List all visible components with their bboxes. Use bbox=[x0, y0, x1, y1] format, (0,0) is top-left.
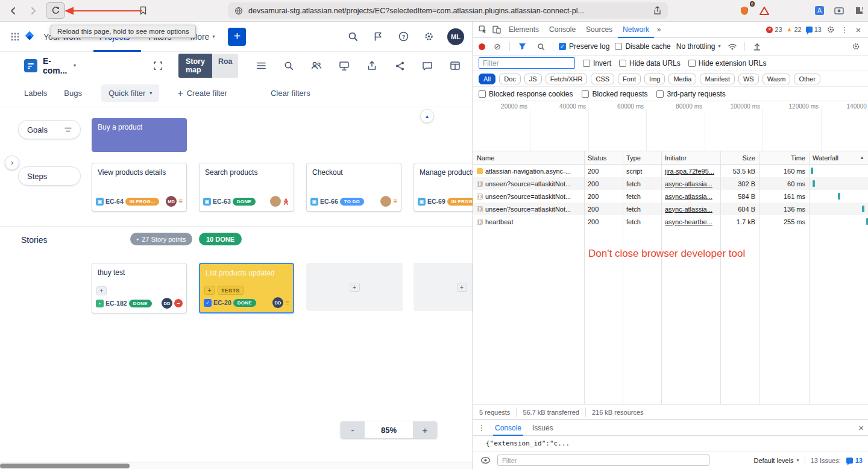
request-initiator-link[interactable]: async-heartbe... bbox=[665, 218, 712, 225]
jira-logo[interactable] bbox=[23, 30, 36, 43]
filter-chip-font[interactable]: Font bbox=[618, 74, 641, 84]
filter-chip-wasm[interactable]: Wasm bbox=[763, 74, 791, 84]
goal-card[interactable]: Buy a product bbox=[92, 118, 187, 152]
column-header-initiator[interactable]: Initiator bbox=[661, 154, 720, 162]
network-overview-timeline[interactable]: 20000 ms 40000 ms 60000 ms 80000 ms 1000… bbox=[473, 101, 868, 151]
eye-icon[interactable] bbox=[479, 454, 492, 467]
column-header-status[interactable]: Status bbox=[584, 154, 623, 162]
request-initiator-link[interactable]: async-atlassia... bbox=[665, 206, 712, 213]
add-story-placeholder[interactable]: + bbox=[306, 263, 403, 311]
drawer-tab-issues[interactable]: Issues bbox=[530, 420, 555, 436]
share-board-icon[interactable] bbox=[393, 59, 406, 72]
settings-gear-icon[interactable] bbox=[422, 30, 435, 43]
drawer-tab-console[interactable]: Console bbox=[493, 420, 523, 436]
app-switcher-icon[interactable] bbox=[8, 30, 22, 43]
network-conditions-icon[interactable] bbox=[726, 40, 739, 53]
notifications-icon[interactable] bbox=[371, 30, 385, 43]
more-tabs-icon[interactable]: » bbox=[655, 23, 663, 36]
filter-chip-ws[interactable]: WS bbox=[738, 74, 759, 84]
create-issue-button[interactable]: + bbox=[228, 28, 246, 46]
console-log-line[interactable]: {"extension_id":"c... bbox=[473, 436, 868, 452]
disable-cache-checkbox[interactable]: Disable cache bbox=[615, 42, 670, 51]
column-divider[interactable] bbox=[759, 151, 760, 404]
record-button[interactable] bbox=[479, 43, 485, 50]
error-count-badge[interactable]: ✕23 bbox=[766, 26, 782, 33]
extension-shield-icon[interactable]: 6 bbox=[737, 4, 752, 18]
column-divider[interactable] bbox=[623, 151, 623, 404]
filter-chip-other[interactable]: Other bbox=[794, 74, 820, 84]
tab-sources[interactable]: Sources bbox=[581, 22, 617, 38]
assignee-avatar[interactable]: MD bbox=[166, 196, 177, 207]
import-har-icon[interactable] bbox=[750, 40, 764, 53]
share-icon[interactable] bbox=[652, 4, 662, 18]
filter-labels[interactable]: Labels bbox=[24, 89, 47, 98]
add-label-button[interactable]: + bbox=[96, 286, 107, 295]
column-divider[interactable] bbox=[809, 151, 810, 404]
tab-console[interactable]: Console bbox=[544, 22, 580, 38]
invert-checkbox[interactable]: Invert bbox=[583, 59, 611, 68]
step-card[interactable]: Search products ▣ EC-63 DONE ≪ bbox=[199, 163, 294, 212]
project-avatar[interactable] bbox=[24, 59, 37, 72]
network-settings-icon[interactable] bbox=[849, 40, 863, 53]
request-initiator-link[interactable]: jira-spa.72fe95... bbox=[665, 168, 714, 175]
network-search-icon[interactable] bbox=[534, 40, 547, 53]
forward-button[interactable] bbox=[26, 4, 40, 18]
request-initiator-link[interactable]: async-atlassia... bbox=[665, 180, 712, 187]
user-avatar[interactable]: ML bbox=[447, 28, 464, 45]
filter-chip-img[interactable]: Img bbox=[644, 74, 665, 84]
column-divider[interactable] bbox=[720, 151, 721, 404]
extensions-puzzle-icon[interactable] bbox=[852, 4, 866, 18]
devtools-menu-icon[interactable]: ⋮ bbox=[838, 23, 851, 36]
filter-chip-css[interactable]: CSS bbox=[591, 74, 614, 84]
filter-chip-doc[interactable]: Doc bbox=[499, 74, 521, 84]
hide-extension-urls-checkbox[interactable]: Hide extension URLs bbox=[688, 59, 767, 68]
create-filter-button[interactable]: +Create filter bbox=[177, 88, 227, 99]
warning-extension-icon[interactable] bbox=[757, 4, 772, 18]
issues-count-badge[interactable]: 13 bbox=[806, 26, 822, 33]
roadmap-toggle[interactable]: Roa bbox=[212, 54, 238, 78]
label-chip[interactable]: TESTS bbox=[218, 286, 244, 295]
filter-bugs[interactable]: Bugs bbox=[64, 89, 82, 98]
devtools-close-icon[interactable]: × bbox=[852, 23, 865, 36]
translate-extension-icon[interactable]: A bbox=[812, 4, 826, 18]
throttling-select[interactable]: No throttling▾ bbox=[676, 42, 721, 51]
devtools-settings-icon[interactable] bbox=[824, 23, 837, 36]
comment-icon[interactable] bbox=[421, 59, 434, 72]
story-card[interactable]: thuy test + ▪ EC-182 DONE DD – bbox=[92, 263, 187, 313]
quick-filter-dropdown[interactable]: Quick filter▾ bbox=[101, 84, 159, 102]
url-text[interactable]: devsamurai-stg.atlassian.net/projects/EC… bbox=[248, 7, 647, 15]
steps-row-header[interactable]: Steps bbox=[18, 166, 81, 186]
search-icon[interactable] bbox=[346, 30, 359, 43]
issues-counter[interactable]: 13 bbox=[846, 457, 863, 464]
log-levels-select[interactable]: Default levels▾ bbox=[754, 457, 799, 464]
horizontal-scrollbar[interactable] bbox=[0, 462, 473, 469]
people-icon[interactable] bbox=[310, 59, 323, 72]
column-header-type[interactable]: Type bbox=[623, 154, 661, 162]
drawer-close-icon[interactable]: × bbox=[858, 423, 864, 433]
zoom-in-button[interactable]: + bbox=[413, 421, 437, 438]
filter-chip-media[interactable]: Media bbox=[668, 74, 696, 84]
assignee-avatar[interactable] bbox=[380, 196, 391, 207]
chevron-down-icon[interactable]: ▾ bbox=[74, 63, 76, 68]
third-party-checkbox[interactable]: 3rd-party requests bbox=[656, 90, 725, 98]
checked-checkbox-icon[interactable]: ✓ bbox=[204, 299, 212, 307]
column-divider[interactable] bbox=[661, 151, 662, 404]
project-name[interactable]: E-com... bbox=[43, 56, 68, 75]
add-label-button[interactable]: + bbox=[204, 286, 215, 295]
column-header-waterfall[interactable]: Waterfall▲ bbox=[809, 154, 868, 162]
network-filter-input[interactable] bbox=[479, 57, 575, 69]
scrollbar-thumb[interactable] bbox=[0, 464, 130, 468]
assignee-avatar[interactable] bbox=[270, 196, 281, 207]
column-divider[interactable] bbox=[584, 151, 585, 404]
add-story-placeholder[interactable]: + bbox=[414, 263, 473, 311]
tab-network[interactable]: Network bbox=[618, 22, 654, 38]
tab-elements[interactable]: Elements bbox=[504, 22, 544, 38]
step-card[interactable]: Checkout ▣ EC-66 TO DO ≡ bbox=[306, 163, 401, 212]
capture-extension-icon[interactable] bbox=[832, 4, 846, 18]
fullscreen-icon[interactable] bbox=[151, 59, 165, 72]
preserve-log-checkbox[interactable]: ✓Preserve log bbox=[559, 42, 609, 51]
zoom-out-button[interactable]: - bbox=[341, 421, 365, 438]
warning-count-badge[interactable]: ▲22 bbox=[787, 26, 802, 33]
story-card-selected[interactable]: List products updated + TESTS ✓ EC-20 DO… bbox=[199, 263, 294, 313]
filter-chip-js[interactable]: JS bbox=[524, 74, 542, 84]
